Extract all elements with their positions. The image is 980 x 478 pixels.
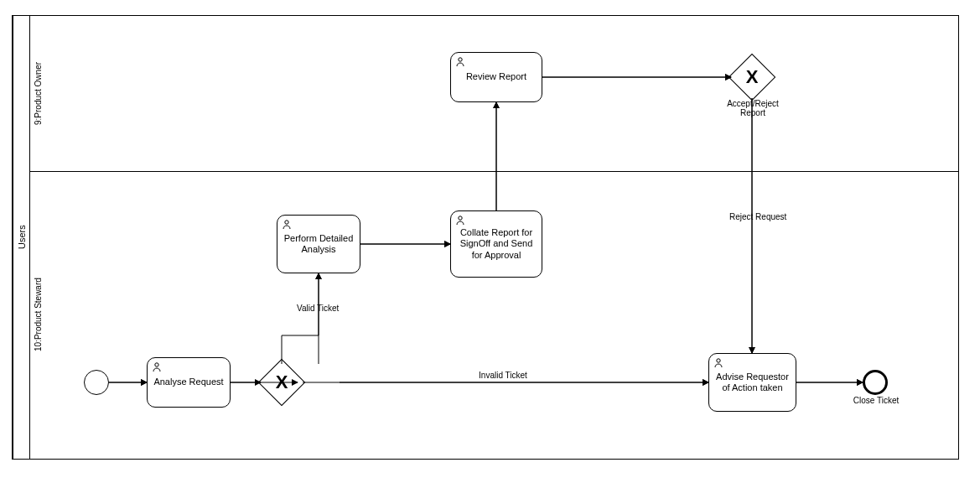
user-icon bbox=[151, 361, 163, 376]
svg-point-2 bbox=[459, 216, 462, 220]
task-collate-report: Collate Report for SignOff and Send for … bbox=[450, 210, 542, 278]
bpmn-diagram: Users 9:Product Owner 10:Product Steward… bbox=[0, 0, 980, 478]
gateway-marker: X bbox=[265, 366, 298, 399]
user-icon bbox=[713, 357, 724, 371]
pool-title: Users bbox=[13, 16, 29, 459]
flow-label-valid-ticket: Valid Ticket bbox=[297, 304, 364, 313]
lane-title-owner: 9:Product Owner bbox=[29, 16, 46, 171]
flow-label-reject-request: Reject Request bbox=[729, 212, 805, 221]
task-perform-detailed-analysis: Perform Detailed Analysis bbox=[277, 215, 360, 273]
task-label: Advise Requestor of Action taken bbox=[713, 371, 792, 393]
svg-point-4 bbox=[717, 359, 720, 362]
task-label: Perform Detailed Analysis bbox=[281, 233, 356, 255]
gateway-marker: X bbox=[735, 60, 769, 94]
start-event bbox=[84, 370, 109, 395]
end-event-label: Close Ticket bbox=[843, 396, 910, 405]
task-review-report: Review Report bbox=[450, 52, 542, 102]
task-advise-requestor: Advise Requestor of Action taken bbox=[708, 353, 796, 412]
gateway-accept-reject: X bbox=[735, 60, 769, 94]
task-label: Review Report bbox=[466, 71, 526, 82]
user-icon bbox=[454, 215, 466, 229]
user-icon bbox=[454, 56, 466, 70]
lane-title-steward: 10:Product Steward bbox=[29, 171, 46, 459]
task-label: Collate Report for SignOff and Send for … bbox=[454, 227, 538, 261]
flow-label-invalid-ticket: Invalid Ticket bbox=[465, 371, 541, 380]
user-icon bbox=[281, 219, 293, 233]
end-event bbox=[863, 370, 888, 395]
svg-point-3 bbox=[459, 58, 462, 61]
svg-point-0 bbox=[155, 363, 158, 366]
gateway-label: Accept/Reject Report bbox=[719, 99, 786, 117]
task-label: Analyse Request bbox=[153, 377, 223, 387]
gateway-ticket-valid: X bbox=[265, 366, 298, 399]
svg-point-1 bbox=[285, 221, 288, 224]
task-analyse-request: Analyse Request bbox=[147, 357, 231, 408]
